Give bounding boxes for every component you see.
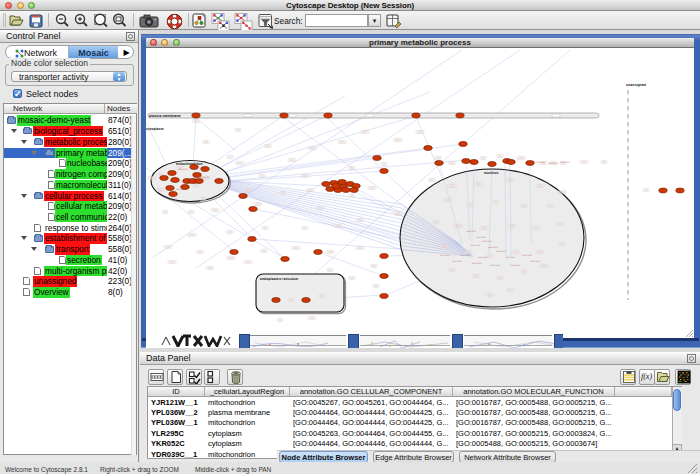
svg-text:xxxx xxxx: xxxx xxxx	[472, 262, 483, 265]
svg-text:xxxx xxxx: xxxx xxxx	[522, 254, 533, 257]
svg-text:cytoplasm: cytoplasm	[146, 127, 164, 131]
svg-text:xxxx xxxx: xxxx xxxx	[466, 230, 477, 233]
svg-text:xxxx xxxx: xxxx xxxx	[452, 260, 463, 263]
svg-text:xxxx xxxx: xxxx xxxx	[535, 161, 546, 164]
svg-text:unassigned: unassigned	[626, 83, 646, 87]
svg-text:xxxx xxxx: xxxx xxxx	[510, 264, 521, 267]
svg-text:xxxx xxxx: xxxx xxxx	[440, 254, 451, 257]
svg-text:xxxx xxxx: xxxx xxxx	[460, 254, 471, 257]
svg-text:xxxx xxxx: xxxx xxxx	[505, 256, 516, 259]
svg-text:mitochondrion: mitochondrion	[176, 162, 203, 166]
svg-text:xxxx xxxx: xxxx xxxx	[490, 264, 501, 267]
svg-text:xxxx xxxx: xxxx xxxx	[178, 168, 189, 171]
svg-text:xxxx xxxx: xxxx xxxx	[530, 260, 541, 263]
svg-text:xxxx xxxx: xxxx xxxx	[560, 161, 571, 164]
svg-text:xxxx xxxx: xxxx xxxx	[200, 176, 211, 179]
svg-text:xxxx xxxx: xxxx xxxx	[488, 246, 499, 249]
svg-text:xxxx xxxx: xxxx xxxx	[478, 256, 489, 259]
svg-text:endoplasmic reticulum: endoplasmic reticulum	[260, 277, 298, 281]
svg-text:xxxx xxxx: xxxx xxxx	[548, 162, 559, 165]
svg-text:xxxx xxxx: xxxx xxxx	[476, 236, 487, 239]
svg-text:plasma membrane: plasma membrane	[149, 114, 181, 118]
svg-text:xxxx xxxx: xxxx xxxx	[496, 250, 507, 253]
svg-text:xxxx xxxx: xxxx xxxx	[482, 240, 493, 243]
svg-text:nucleus: nucleus	[484, 171, 498, 175]
svg-text:xxxx xxxx: xxxx xxxx	[470, 244, 481, 247]
